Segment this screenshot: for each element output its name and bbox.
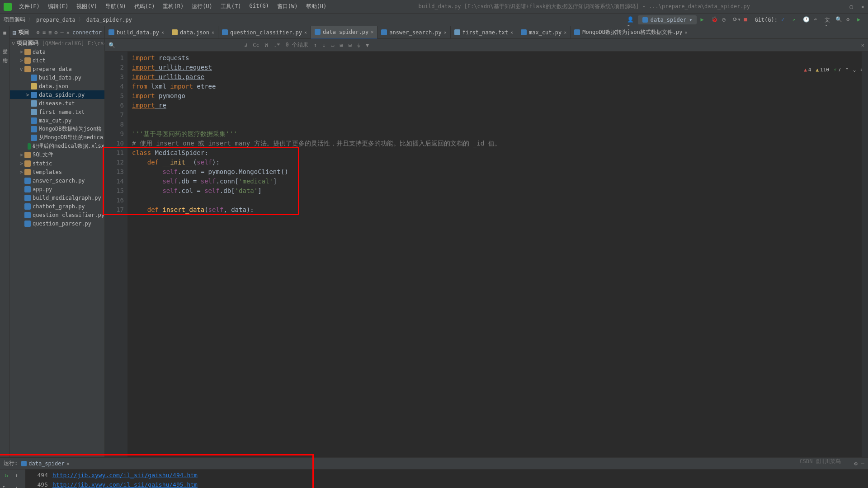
project-dropdown-icon[interactable]: ▤	[13, 29, 16, 36]
project-tree[interactable]: v 项目源码 [QAMedicalKG] F:\csd >data>dictvp…	[10, 39, 104, 457]
menu-item[interactable]: 导航(N)	[102, 1, 130, 12]
run-hide-icon[interactable]: —	[861, 460, 864, 467]
menu-item[interactable]: 运行(U)	[188, 1, 216, 12]
project-tool-button[interactable]: ■	[2, 30, 8, 36]
regex-icon[interactable]: .*	[274, 42, 280, 48]
remove-selection-icon[interactable]: ⊟	[349, 42, 352, 48]
code-editor[interactable]: 1234567891011121314151617 import request…	[105, 52, 868, 457]
code-body[interactable]: import requestsimport urllib.requestimpo…	[127, 52, 868, 457]
settings-icon[interactable]: ⚙	[846, 16, 854, 23]
git-rollback-icon[interactable]: ↶	[814, 16, 821, 23]
git-history-icon[interactable]: 🕐	[803, 16, 810, 23]
menu-item[interactable]: 视图(V)	[73, 1, 101, 12]
stop-icon[interactable]: ■	[744, 16, 751, 23]
tree-item[interactable]: MongoDB数据转为json格	[10, 125, 104, 133]
filter-icon[interactable]: ⏚	[357, 42, 360, 48]
run-output[interactable]: 494http://jib.xywy.com/il_sii/gaishu/494…	[25, 469, 868, 488]
close-icon[interactable]: ✕	[861, 4, 864, 10]
tree-item[interactable]: 处理后的medical数据.xlsx	[10, 142, 104, 150]
select-all-icon[interactable]: ▭	[331, 42, 334, 48]
editor-tab[interactable]: answer_search.py✕	[377, 26, 451, 39]
git-label: Git(G):	[755, 17, 778, 23]
coverage-icon[interactable]: ◷	[722, 16, 729, 23]
tree-item[interactable]: >templates	[10, 168, 104, 176]
match-case-icon[interactable]: Cc	[253, 42, 259, 48]
find-icon[interactable]: 🔍	[108, 42, 116, 48]
tree-item[interactable]: >static	[10, 159, 104, 168]
tree-item[interactable]: build_data.py	[10, 73, 104, 82]
tree-item[interactable]: question_classifier.py	[10, 211, 104, 219]
run-icon[interactable]: ▶	[700, 16, 708, 23]
menu-item[interactable]: 文件(F)	[15, 1, 43, 12]
tree-item[interactable]: disease.txt	[10, 99, 104, 108]
menu-item[interactable]: Git(G)	[246, 1, 273, 12]
menu-item[interactable]: 帮助(H)	[302, 1, 330, 12]
tree-item[interactable]: vprepare_data	[10, 65, 104, 73]
new-line-icon[interactable]: ↲	[244, 42, 247, 48]
run-attach-icon[interactable]: ▸	[2, 483, 10, 488]
tree-item[interactable]: >data_spider.py	[10, 90, 104, 99]
expand-all-icon[interactable]: ≡	[42, 29, 46, 36]
editor-tab[interactable]: build_data.py✕	[105, 26, 168, 39]
editor-tab[interactable]: data_spider.py✕	[311, 26, 377, 39]
run-toolbar-left2: ↑ ↓ ⇥ 🖶 🗑	[13, 469, 25, 488]
menu-item[interactable]: 窗口(W)	[274, 1, 302, 12]
menu-item[interactable]: 编辑(E)	[44, 1, 72, 12]
menu-item[interactable]: 重构(R)	[159, 1, 187, 12]
rerun-icon[interactable]: ↻	[5, 472, 8, 479]
menu-item[interactable]: 代码(C)	[131, 1, 159, 12]
hide-icon[interactable]: —	[61, 29, 64, 36]
tree-item[interactable]: question_parser.py	[10, 219, 104, 228]
profile-icon[interactable]: ⟳▾	[733, 16, 740, 23]
search-everywhere-icon[interactable]: 🔍	[835, 16, 843, 23]
editor-tab[interactable]: max_cut.py✕	[517, 26, 571, 39]
funnel-icon[interactable]: ▼	[366, 42, 369, 48]
locate-icon[interactable]: ⊕	[37, 29, 40, 36]
close-find-icon[interactable]: ✕	[861, 42, 864, 48]
tree-item[interactable]: first_name.txt	[10, 108, 104, 116]
close-tree-icon[interactable]: ✕	[66, 29, 70, 36]
left-tool-gutter: ■ 提交 结构	[0, 26, 10, 457]
breadcrumb-item[interactable]: data_spider.py	[86, 17, 132, 23]
minimize-icon[interactable]: —	[838, 4, 841, 10]
words-icon[interactable]: W	[265, 42, 268, 48]
scroll-up-icon[interactable]: ↑	[15, 472, 23, 480]
minimap[interactable]	[862, 52, 868, 457]
tree-item[interactable]: data.json	[10, 82, 104, 90]
next-match-icon[interactable]: ↓	[322, 42, 326, 48]
scroll-down-icon[interactable]: ↓	[15, 485, 23, 488]
tree-root[interactable]: v 项目源码 [QAMedicalKG] F:\csd	[10, 39, 104, 47]
prev-match-icon[interactable]: ↑	[314, 42, 317, 48]
tree-item[interactable]: >SQL文件	[10, 150, 104, 159]
editor-tab[interactable]: question_classifier.py✕	[218, 26, 311, 39]
run-tab[interactable]: data_spider ✕	[21, 460, 70, 467]
tree-item[interactable]: answer_search.py	[10, 176, 104, 185]
tree-item[interactable]: build_medicalgraph.py	[10, 193, 104, 202]
menu-item[interactable]: 工具(T)	[217, 1, 245, 12]
run-anything-icon[interactable]: ▶	[857, 16, 864, 23]
tree-item[interactable]: >dict	[10, 56, 104, 65]
breadcrumb-item[interactable]: prepare_data	[36, 17, 75, 23]
translate-icon[interactable]: 文A	[825, 16, 832, 23]
tree-item[interactable]: app.py	[10, 185, 104, 193]
inspections-widget[interactable]: ▲4 ▲110 ⚡7 ⌃⌄≡	[804, 67, 863, 73]
editor-tab[interactable]: data.json✕	[168, 26, 218, 39]
collapse-all-icon[interactable]: ≣	[48, 29, 52, 36]
editor-tab[interactable]: first_name.txt✕	[451, 26, 517, 39]
git-commit-icon[interactable]: ✓	[781, 16, 788, 23]
tree-item[interactable]: chatbot_graph.py	[10, 202, 104, 211]
run-settings-icon[interactable]: ⚙	[854, 460, 858, 467]
editor-tab[interactable]: MongoDB数据转为json格式数据文件.py✕	[571, 26, 691, 39]
debug-icon[interactable]: 🐞	[711, 16, 718, 23]
tree-item[interactable]: >data	[10, 47, 104, 56]
output-line: 495http://jib.xywy.com/il_sii/gaishu/495…	[30, 480, 863, 488]
add-selection-icon[interactable]: ⊞	[340, 42, 343, 48]
tree-item[interactable]: max_cut.py	[10, 116, 104, 125]
breadcrumb-item[interactable]: 项目源码	[4, 16, 25, 23]
maximize-icon[interactable]: ▢	[850, 4, 853, 10]
user-icon[interactable]: 👤▾	[627, 16, 634, 23]
tree-settings-icon[interactable]: ⚙	[54, 29, 57, 36]
tree-item[interactable]: 从MongoDB导出的medica	[10, 133, 104, 142]
run-configuration-selector[interactable]: data_spider ▾	[638, 15, 697, 24]
git-push-icon[interactable]: ↗	[792, 16, 799, 23]
